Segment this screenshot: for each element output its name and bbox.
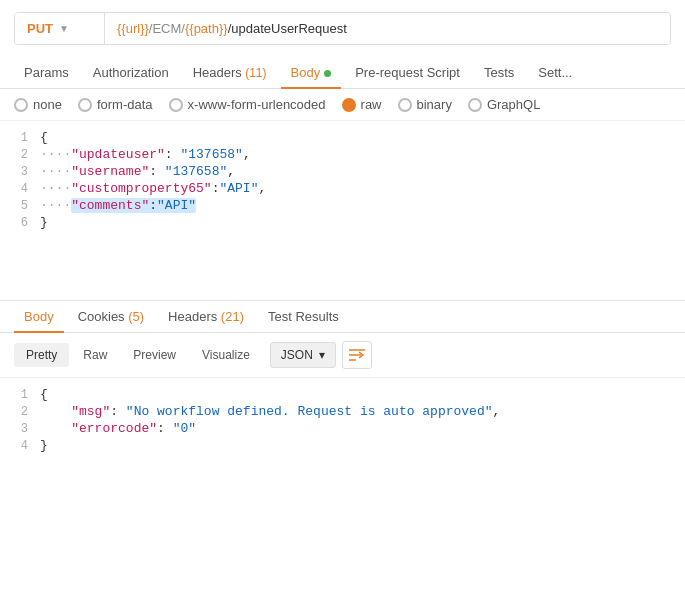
req-line-1: 1 { <box>0 129 685 146</box>
tab-pre-request[interactable]: Pre-request Script <box>345 57 470 88</box>
req-line-2: 2 ····"updateuser": "137658", <box>0 146 685 163</box>
radio-form-data[interactable]: form-data <box>78 97 153 112</box>
tab-body[interactable]: Body <box>281 57 342 88</box>
response-body-viewer: 1 { 2 "msg": "No workflow defined. Reque… <box>0 378 685 462</box>
radio-none[interactable]: none <box>14 97 62 112</box>
visualize-btn[interactable]: Visualize <box>190 343 262 367</box>
url-part-2: /ECM/ <box>149 21 185 36</box>
request-body-editor[interactable]: 1 { 2 ····"updateuser": "137658", 3 ····… <box>0 121 685 301</box>
pretty-btn[interactable]: Pretty <box>14 343 69 367</box>
format-select-value: JSON <box>281 348 313 362</box>
chevron-down-icon: ▼ <box>59 23 69 34</box>
radio-circle-none <box>14 98 28 112</box>
radio-label-urlencoded: x-www-form-urlencoded <box>188 97 326 112</box>
radio-label-form-data: form-data <box>97 97 153 112</box>
resp-line-4: 4 } <box>0 437 685 454</box>
url-bar: PUT ▼ {{url}}/ECM/{{path}}/updateUserReq… <box>14 12 671 45</box>
method-label: PUT <box>27 21 53 36</box>
body-type-row: none form-data x-www-form-urlencoded raw… <box>0 89 685 121</box>
response-tabs: Body Cookies (5) Headers (21) Test Resul… <box>0 301 685 333</box>
url-input[interactable]: {{url}}/ECM/{{path}}/updateUserRequest <box>105 13 670 44</box>
req-line-5: 5 ····"comments":"API" <box>0 197 685 214</box>
radio-binary[interactable]: binary <box>398 97 452 112</box>
tab-settings[interactable]: Sett... <box>528 57 582 88</box>
resp-line-1: 1 { <box>0 386 685 403</box>
radio-circle-form-data <box>78 98 92 112</box>
url-part-4: /updateUserRequest <box>228 21 347 36</box>
response-section: Body Cookies (5) Headers (21) Test Resul… <box>0 301 685 462</box>
radio-raw[interactable]: raw <box>342 97 382 112</box>
url-part-3: {{path}} <box>185 21 228 36</box>
chevron-down-icon: ▾ <box>319 348 325 362</box>
tab-headers[interactable]: Headers (11) <box>183 57 277 88</box>
radio-graphql[interactable]: GraphQL <box>468 97 540 112</box>
body-dot <box>324 70 331 77</box>
resp-line-2: 2 "msg": "No workflow defined. Request i… <box>0 403 685 420</box>
radio-circle-graphql <box>468 98 482 112</box>
resp-tab-body[interactable]: Body <box>14 301 64 332</box>
radio-label-raw: raw <box>361 97 382 112</box>
radio-circle-binary <box>398 98 412 112</box>
tab-tests[interactable]: Tests <box>474 57 524 88</box>
method-selector[interactable]: PUT ▼ <box>15 13 105 44</box>
tab-authorization[interactable]: Authorization <box>83 57 179 88</box>
radio-label-binary: binary <box>417 97 452 112</box>
req-line-3: 3 ····"username": "137658", <box>0 163 685 180</box>
resp-tab-headers[interactable]: Headers (21) <box>158 301 254 332</box>
radio-label-graphql: GraphQL <box>487 97 540 112</box>
radio-circle-raw <box>342 98 356 112</box>
request-tabs: Params Authorization Headers (11) Body P… <box>0 57 685 89</box>
resp-line-3: 3 "errorcode": "0" <box>0 420 685 437</box>
resp-tab-test-results[interactable]: Test Results <box>258 301 349 332</box>
wrap-button[interactable] <box>342 341 372 369</box>
wrap-icon <box>348 348 366 362</box>
resp-tab-cookies[interactable]: Cookies (5) <box>68 301 154 332</box>
preview-btn[interactable]: Preview <box>121 343 188 367</box>
url-part-1: {{url}} <box>117 21 149 36</box>
req-line-4: 4 ····"customproperty65":"API", <box>0 180 685 197</box>
radio-urlencoded[interactable]: x-www-form-urlencoded <box>169 97 326 112</box>
req-line-6: 6 } <box>0 214 685 231</box>
response-toolbar: Pretty Raw Preview Visualize JSON ▾ <box>0 333 685 378</box>
format-select[interactable]: JSON ▾ <box>270 342 336 368</box>
tab-params[interactable]: Params <box>14 57 79 88</box>
radio-circle-urlencoded <box>169 98 183 112</box>
raw-btn[interactable]: Raw <box>71 343 119 367</box>
radio-label-none: none <box>33 97 62 112</box>
